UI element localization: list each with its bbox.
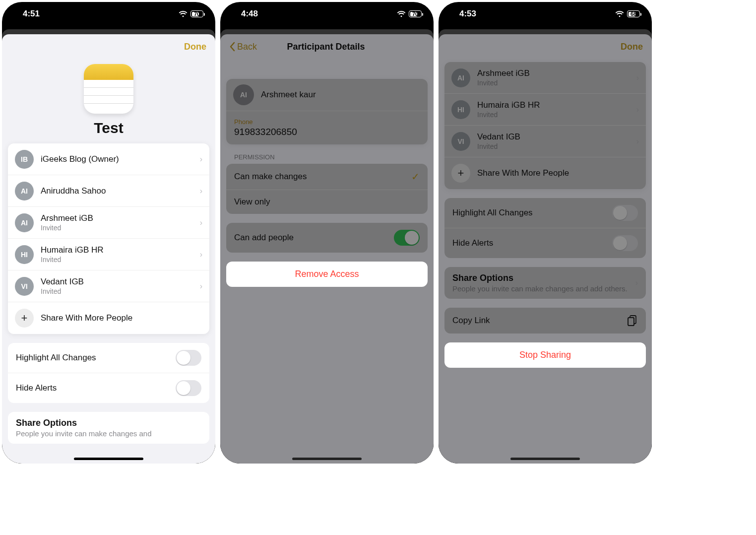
done-button[interactable]: Done: [621, 42, 643, 52]
highlight-changes-toggle[interactable]: [612, 205, 638, 221]
battery-icon: 70: [190, 10, 203, 17]
avatar: HI: [15, 245, 34, 264]
note-title: Test: [2, 120, 215, 136]
avatar: AI: [451, 68, 470, 87]
participant-name: Vedant IGB: [477, 132, 630, 142]
highlight-changes-label: Highlight All Changes: [16, 353, 96, 363]
chevron-right-icon: ›: [200, 187, 202, 196]
can-add-row[interactable]: Can add people: [226, 223, 428, 253]
participant-status: Invited: [41, 287, 193, 295]
stop-sharing-button[interactable]: Stop Sharing: [444, 342, 646, 368]
share-options-sub: People you invite can make changes and: [16, 429, 201, 438]
copy-link-icon: [627, 315, 638, 327]
stop-sharing-label: Stop Sharing: [519, 350, 571, 360]
hide-alerts-label: Hide Alerts: [16, 383, 57, 393]
copy-link-label: Copy Link: [452, 316, 490, 326]
plus-icon: +: [15, 309, 34, 328]
participant-row[interactable]: VI Vedant IGB Invited ›: [444, 126, 646, 157]
participant-name: Aniruddha Sahoo: [41, 186, 193, 196]
plus-icon: +: [451, 164, 470, 183]
perm-view-label: View only: [234, 197, 270, 207]
participant-name: Humaira iGB HR: [41, 245, 193, 255]
participant-row[interactable]: HI Humaira iGB HR Invited ›: [444, 94, 646, 126]
hide-alerts-row[interactable]: Hide Alerts: [444, 228, 646, 258]
wifi-icon: [615, 11, 624, 17]
phone-screen-1: 4:51 70 Done Test IB: [2, 2, 215, 464]
participants-list: AI Arshmeet iGB Invited › HI Humaira iGB…: [444, 62, 646, 189]
avatar: AI: [15, 213, 34, 232]
participant-name: Humaira iGB HR: [477, 100, 630, 110]
done-button[interactable]: Done: [184, 42, 206, 52]
share-options-sub: People you invite can make changes and a…: [452, 284, 630, 293]
toggle-group: Highlight All Changes Hide Alerts: [444, 198, 646, 258]
participant-row[interactable]: VI Vedant IGB Invited ›: [8, 270, 209, 302]
participant-name: Arshmeet iGB: [41, 213, 193, 223]
home-indicator[interactable]: [510, 458, 580, 460]
chevron-right-icon: ›: [200, 282, 202, 291]
phone-screen-2: 4:48 70 Back Participant Details: [220, 2, 434, 464]
status-bar: 4:48 70: [220, 2, 434, 26]
status-bar: 4:51 70: [2, 2, 215, 26]
hide-alerts-toggle[interactable]: [612, 235, 638, 251]
page-title: Participant Details: [227, 42, 425, 52]
hide-alerts-label: Hide Alerts: [452, 238, 493, 248]
status-bar: 4:53 68: [439, 2, 652, 26]
share-options-row[interactable]: Share Options People you invite can make…: [444, 267, 646, 299]
can-add-label: Can add people: [234, 233, 294, 243]
chevron-right-icon: ›: [635, 278, 638, 287]
wifi-icon: [179, 11, 188, 17]
participant-name: Arshmeet iGB: [477, 68, 630, 78]
share-options-row[interactable]: Share Options People you invite can make…: [8, 412, 209, 444]
remove-access-label: Remove Access: [295, 269, 359, 279]
battery-icon: 70: [409, 10, 422, 17]
participant-name: iGeeks Blog (Owner): [41, 154, 193, 164]
share-options-title: Share Options: [16, 418, 201, 428]
battery-icon: 68: [627, 10, 640, 17]
permission-group: Can make changes ✓ View only: [226, 164, 428, 214]
home-indicator[interactable]: [74, 458, 143, 460]
copy-link-row[interactable]: Copy Link: [444, 308, 646, 334]
participant-status: Invited: [41, 224, 193, 232]
remove-access-button[interactable]: Remove Access: [226, 262, 428, 287]
checkmark-icon: ✓: [411, 171, 420, 183]
avatar: HI: [451, 100, 470, 119]
chevron-right-icon: ›: [636, 105, 639, 114]
permission-section-label: PERMISSION: [220, 153, 434, 164]
share-more-label: Share With More People: [477, 168, 639, 178]
hide-alerts-row[interactable]: Hide Alerts: [8, 373, 209, 403]
participant-status: Invited: [41, 256, 193, 264]
can-add-toggle[interactable]: [394, 230, 420, 246]
highlight-changes-row[interactable]: Highlight All Changes: [444, 198, 646, 228]
share-more-label: Share With More People: [41, 313, 202, 323]
hide-alerts-toggle[interactable]: [176, 380, 201, 396]
notes-app-icon: [84, 64, 133, 114]
phone-screen-3: 4:53 68 Done AI Arshmeet iGB I: [439, 2, 652, 464]
share-more-row[interactable]: + Share With More People: [444, 157, 646, 189]
participant-row[interactable]: AI Arshmeet iGB Invited ›: [8, 207, 209, 239]
wifi-icon: [397, 11, 406, 17]
highlight-changes-row[interactable]: Highlight All Changes: [8, 343, 209, 373]
perm-view-row[interactable]: View only: [226, 190, 428, 214]
contact-name: Arshmeet kaur: [261, 90, 421, 100]
participant-status: Invited: [477, 111, 630, 119]
perm-edit-row[interactable]: Can make changes ✓: [226, 164, 428, 190]
phone-field-value[interactable]: 919833206850: [226, 127, 428, 144]
chevron-right-icon: ›: [200, 250, 202, 259]
participant-row[interactable]: AI Aniruddha Sahoo ›: [8, 175, 209, 207]
avatar: AI: [15, 182, 34, 201]
participant-row[interactable]: HI Humaira iGB HR Invited ›: [8, 239, 209, 270]
home-indicator[interactable]: [292, 458, 362, 460]
participants-list: IB iGeeks Blog (Owner) › AI Aniruddha Sa…: [8, 143, 209, 334]
highlight-changes-toggle[interactable]: [176, 350, 201, 366]
participant-row[interactable]: AI Arshmeet iGB Invited ›: [444, 62, 646, 94]
participant-status: Invited: [477, 79, 630, 87]
chevron-right-icon: ›: [636, 137, 639, 146]
participant-row[interactable]: IB iGeeks Blog (Owner) ›: [8, 143, 209, 175]
chevron-right-icon: ›: [200, 155, 202, 164]
phone-field-label: Phone: [226, 111, 428, 127]
participant-name: Vedant IGB: [41, 277, 193, 287]
toggle-group: Highlight All Changes Hide Alerts: [8, 343, 209, 403]
share-more-row[interactable]: + Share With More People: [8, 302, 209, 334]
status-time: 4:51: [14, 9, 179, 19]
avatar: VI: [15, 277, 34, 296]
